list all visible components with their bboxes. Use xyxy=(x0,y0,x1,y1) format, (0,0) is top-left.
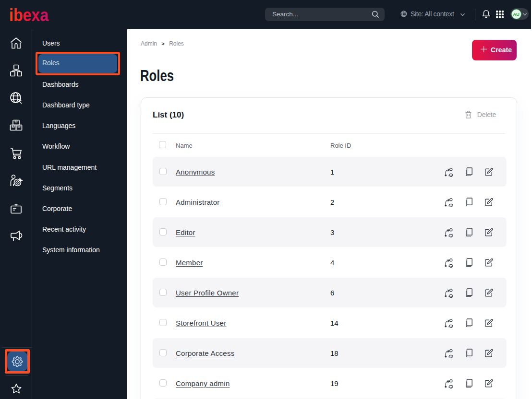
svg-text:ibexa: ibexa xyxy=(9,7,49,23)
